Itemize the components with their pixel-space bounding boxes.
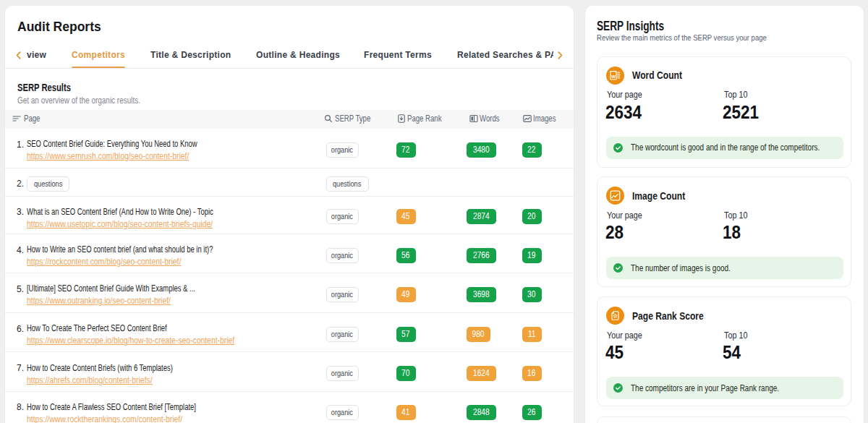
svg-text:w: w: [610, 73, 616, 78]
